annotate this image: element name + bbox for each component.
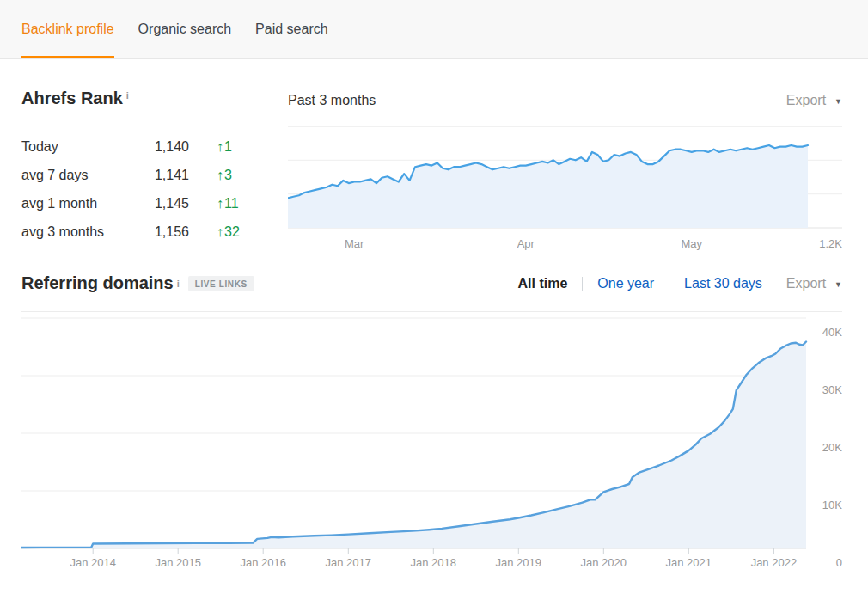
- referring-domains-chart[interactable]: 010K20K30K40KJan 2014Jan 2015Jan 2016Jan…: [21, 315, 842, 573]
- export-button[interactable]: Export ▼: [786, 93, 842, 108]
- referring-domains-title: Referring domains: [21, 273, 174, 293]
- svg-text:1.2K: 1.2K: [819, 237, 842, 250]
- rank-chart-title: Past 3 months: [288, 93, 376, 108]
- svg-text:40K: 40K: [822, 326, 842, 339]
- table-row: avg 3 months 1,156 ↑32: [21, 217, 288, 246]
- rank-label: avg 1 month: [21, 196, 118, 211]
- svg-text:Jan 2022: Jan 2022: [751, 556, 798, 569]
- ahrefs-rank-table: Today 1,140 ↑1 avg 7 days 1,141 ↑3 avg 1…: [21, 132, 288, 246]
- tab-organic-search[interactable]: Organic search: [138, 0, 232, 58]
- rank-value: 1,145: [118, 196, 189, 211]
- filter-last-30-days[interactable]: Last 30 days: [684, 276, 762, 291]
- filter-all-time[interactable]: All time: [517, 276, 567, 291]
- rank-value: 1,141: [118, 168, 189, 183]
- caret-down-icon: ▼: [834, 279, 842, 289]
- up-arrow-icon: ↑: [217, 196, 223, 211]
- ahrefs-rank-section: Ahrefs Ranki Today 1,140 ↑1 avg 7 days 1…: [21, 89, 288, 256]
- export-button[interactable]: Export ▼: [786, 276, 842, 291]
- tab-backlink-profile[interactable]: Backlink profile: [21, 0, 114, 58]
- svg-text:May: May: [682, 237, 703, 250]
- info-icon[interactable]: i: [126, 90, 129, 101]
- main-content: Ahrefs Ranki Today 1,140 ↑1 avg 7 days 1…: [0, 89, 868, 577]
- svg-text:Jan 2020: Jan 2020: [581, 556, 627, 569]
- filter-one-year[interactable]: One year: [597, 276, 654, 291]
- svg-text:Jan 2014: Jan 2014: [70, 556, 116, 569]
- rank-value: 1,140: [118, 139, 189, 155]
- table-row: Today 1,140 ↑1: [21, 132, 288, 161]
- ahrefs-rank-chart[interactable]: MarAprMay1.2K: [288, 119, 842, 253]
- divider: [669, 277, 669, 291]
- svg-text:Jan 2017: Jan 2017: [326, 556, 372, 569]
- rank-label: Today: [21, 139, 118, 155]
- svg-text:Apr: Apr: [517, 237, 535, 250]
- rank-delta: ↑3: [189, 168, 288, 183]
- rank-value: 1,156: [118, 224, 189, 240]
- ahrefs-rank-chart-panel: Past 3 months Export ▼ MarAprMay1.2K: [288, 89, 842, 256]
- divider: [582, 277, 583, 291]
- table-row: avg 1 month 1,145 ↑11: [21, 189, 288, 217]
- rank-delta: ↑32: [189, 224, 288, 240]
- up-arrow-icon: ↑: [217, 224, 223, 239]
- rank-label: avg 3 months: [21, 224, 118, 240]
- svg-text:20K: 20K: [822, 441, 842, 454]
- svg-text:30K: 30K: [822, 383, 842, 396]
- up-arrow-icon: ↑: [217, 139, 223, 154]
- rank-delta: ↑1: [189, 139, 288, 155]
- rank-delta: ↑11: [189, 196, 288, 211]
- ahrefs-rank-title: Ahrefs Rank: [21, 89, 123, 107]
- svg-text:Jan 2016: Jan 2016: [240, 556, 286, 569]
- svg-text:0: 0: [836, 556, 842, 569]
- referring-domains-header: Referring domainsi LIVE LINKS All time O…: [21, 273, 842, 312]
- svg-text:Jan 2018: Jan 2018: [411, 556, 457, 569]
- svg-text:Jan 2015: Jan 2015: [155, 556, 201, 569]
- tab-bar: Backlink profile Organic search Paid sea…: [0, 0, 868, 59]
- svg-text:Mar: Mar: [345, 237, 364, 250]
- tab-paid-search[interactable]: Paid search: [255, 0, 328, 58]
- info-icon[interactable]: i: [177, 279, 180, 289]
- caret-down-icon: ▼: [834, 95, 842, 106]
- svg-text:10K: 10K: [822, 499, 842, 511]
- svg-text:Jan 2019: Jan 2019: [496, 556, 542, 569]
- table-row: avg 7 days 1,141 ↑3: [21, 161, 288, 189]
- up-arrow-icon: ↑: [217, 168, 223, 182]
- live-links-badge: LIVE LINKS: [188, 276, 254, 291]
- rank-label: avg 7 days: [21, 168, 118, 183]
- svg-text:Jan 2021: Jan 2021: [666, 556, 712, 569]
